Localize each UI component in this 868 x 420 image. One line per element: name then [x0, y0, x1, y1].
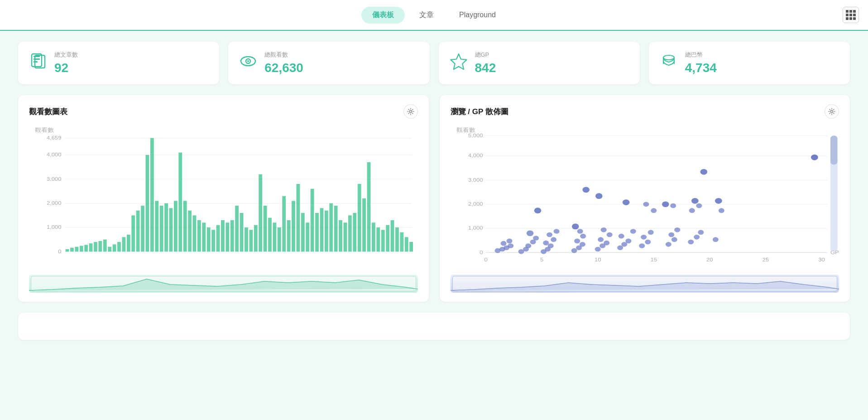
svg-text:25: 25 [762, 257, 769, 263]
svg-point-166 [643, 202, 649, 207]
charts-row: 觀看數圖表 觀看數 4,659 4,000 [18, 95, 850, 302]
svg-point-141 [571, 248, 577, 253]
svg-rect-68 [273, 222, 277, 251]
svg-rect-64 [254, 225, 258, 252]
svg-text:3,000: 3,000 [468, 177, 483, 183]
svg-rect-90 [376, 227, 380, 251]
scatter-chart-title: 瀏覽 / GP 散佈圖 [451, 106, 508, 117]
svg-rect-62 [245, 227, 248, 251]
svg-point-7 [247, 60, 249, 62]
svg-rect-53 [202, 222, 206, 251]
svg-rect-41 [146, 155, 149, 251]
svg-rect-26 [75, 247, 78, 252]
stats-row: 總文章數 92 總觀看數 62,630 [18, 42, 850, 84]
svg-rect-75 [306, 222, 309, 251]
svg-text:4,000: 4,000 [47, 152, 62, 158]
svg-rect-67 [268, 218, 272, 252]
svg-point-152 [598, 237, 604, 242]
svg-point-143 [579, 242, 585, 247]
svg-rect-29 [89, 243, 93, 251]
bar-chart-gear-button[interactable] [403, 104, 418, 119]
stat-label-gp: 總GP [475, 51, 496, 59]
scatter-chart-gear-button[interactable] [825, 104, 839, 119]
svg-text:3,000: 3,000 [47, 176, 62, 182]
svg-point-145 [580, 234, 586, 239]
svg-rect-42 [150, 138, 154, 252]
svg-point-165 [647, 230, 653, 235]
svg-rect-70 [282, 196, 286, 252]
tab-playground[interactable]: Playground [448, 7, 507, 23]
svg-rect-88 [367, 162, 371, 251]
grid-menu-button[interactable] [843, 7, 859, 23]
stat-value-views: 62,630 [264, 61, 303, 75]
svg-rect-44 [160, 206, 163, 251]
svg-point-98 [831, 111, 833, 113]
tab-dashboard[interactable]: 儀表板 [361, 7, 405, 24]
svg-text:觀看數: 觀看數 [456, 127, 476, 133]
svg-point-125 [500, 241, 506, 246]
svg-rect-186 [830, 135, 837, 164]
svg-point-162 [639, 243, 645, 248]
svg-rect-27 [80, 246, 83, 252]
svg-rect-31 [98, 241, 102, 251]
svg-rect-30 [94, 242, 97, 251]
articles-icon [29, 52, 47, 74]
svg-text:10: 10 [594, 257, 601, 263]
svg-rect-65 [259, 174, 262, 252]
svg-rect-35 [117, 242, 121, 251]
svg-point-139 [547, 232, 552, 237]
svg-rect-81 [334, 206, 338, 251]
svg-text:5: 5 [540, 257, 544, 263]
svg-rect-40 [141, 206, 144, 251]
svg-rect-93 [391, 220, 394, 251]
views-icon [239, 52, 257, 74]
stat-label-articles: 總文章數 [54, 51, 78, 59]
svg-text:2,000: 2,000 [468, 201, 483, 207]
svg-point-153 [606, 232, 612, 237]
svg-rect-36 [122, 237, 126, 251]
svg-point-147 [571, 223, 579, 229]
svg-rect-39 [136, 211, 140, 252]
svg-point-167 [651, 208, 657, 213]
gp-icon [450, 52, 468, 74]
header: 儀表板 文章 Playground [0, 0, 868, 31]
svg-rect-38 [131, 215, 135, 251]
stat-label-views: 總觀看數 [264, 51, 303, 59]
svg-rect-32 [103, 240, 107, 252]
svg-point-176 [698, 230, 704, 235]
svg-rect-55 [211, 230, 215, 251]
svg-rect-69 [278, 227, 281, 251]
svg-rect-47 [174, 201, 177, 251]
svg-rect-28 [84, 245, 88, 251]
bar-chart-title: 觀看數圖表 [29, 106, 67, 117]
svg-point-171 [674, 227, 680, 232]
svg-rect-73 [297, 184, 300, 251]
svg-point-158 [625, 239, 631, 244]
scatter-chart-card: 瀏覽 / GP 散佈圖 觀看數 5,000 4,000 [440, 95, 850, 302]
stat-value-coins: 4,734 [685, 61, 717, 75]
svg-rect-84 [348, 215, 352, 251]
svg-point-132 [526, 230, 533, 236]
svg-point-180 [700, 169, 707, 175]
svg-point-154 [600, 227, 606, 232]
bar-chart-scrollbar[interactable] [29, 275, 418, 293]
svg-text:1,000: 1,000 [468, 225, 483, 231]
stat-card-coins: 總巴幣 4,734 [649, 42, 850, 84]
svg-rect-92 [386, 225, 389, 252]
svg-rect-66 [264, 206, 267, 251]
svg-rect-86 [358, 184, 361, 251]
scatter-chart-scrollbar[interactable] [451, 275, 839, 293]
svg-rect-43 [155, 201, 158, 251]
tab-articles[interactable]: 文章 [408, 7, 445, 24]
stat-value-gp: 842 [475, 61, 496, 75]
stat-card-articles: 總文章數 92 [18, 42, 219, 84]
stat-value-articles: 92 [54, 61, 78, 75]
svg-point-183 [715, 198, 722, 204]
svg-rect-83 [344, 222, 347, 251]
svg-rect-87 [362, 198, 366, 251]
svg-point-161 [622, 199, 629, 205]
svg-text:1,000: 1,000 [47, 224, 62, 230]
svg-rect-77 [315, 213, 319, 251]
coins-icon [660, 52, 678, 74]
svg-rect-3 [34, 61, 38, 63]
